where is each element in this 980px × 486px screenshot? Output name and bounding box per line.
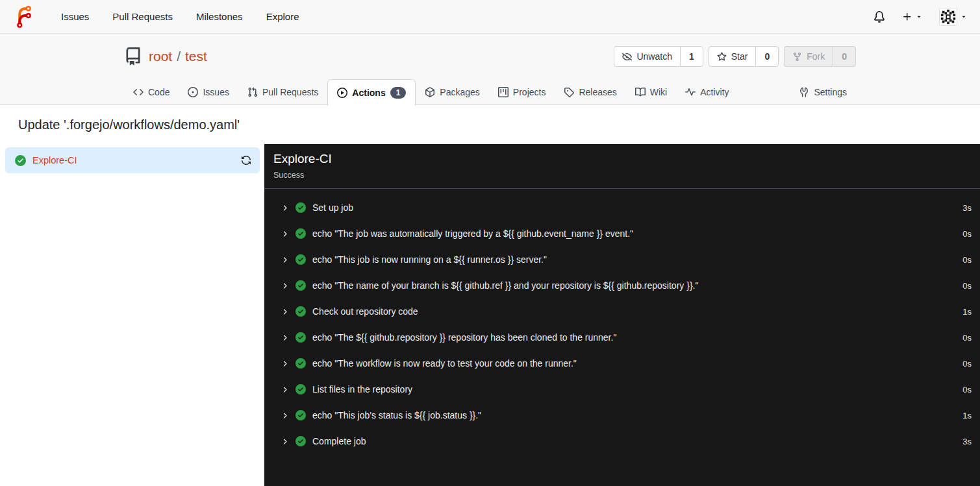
plus-icon: [902, 12, 912, 22]
nav-link-issues[interactable]: Issues: [52, 11, 98, 22]
chevron-down-icon: [916, 14, 922, 20]
code-icon: [133, 87, 144, 97]
repo-name-link[interactable]: test: [185, 49, 207, 64]
tools-icon: [799, 87, 809, 97]
git-pull-request-icon: [247, 87, 258, 97]
repo-separator: /: [172, 49, 185, 64]
expand-chevron-icon[interactable]: [281, 411, 289, 420]
success-check-icon: [15, 155, 26, 166]
job-item-explore-ci[interactable]: Explore-CI: [5, 147, 260, 173]
rerun-job-icon[interactable]: [241, 155, 251, 165]
tab-label: Releases: [579, 87, 616, 97]
step-row[interactable]: echo "This job is now running on a ${{ r…: [264, 247, 980, 273]
job-log-console: Explore-CI Success Set up job 3s echo "T…: [264, 144, 980, 486]
star-label: Star: [731, 51, 748, 62]
step-duration: 3s: [962, 203, 972, 213]
job-list-sidebar: Explore-CI: [0, 144, 264, 486]
step-name: List files in the repository: [312, 384, 412, 395]
tab-label: Actions: [352, 88, 385, 98]
step-row[interactable]: Set up job 3s: [264, 195, 980, 221]
nav-link-milestones[interactable]: Milestones: [187, 11, 252, 22]
forks-count[interactable]: 0: [833, 46, 856, 67]
step-row[interactable]: Complete job 3s: [264, 428, 980, 454]
expand-chevron-icon[interactable]: [281, 282, 289, 290]
success-check-icon: [295, 436, 306, 446]
actions-run-page: Update '.forgejo/workflows/demo.yaml' Ex…: [0, 105, 980, 486]
step-duration: 3s: [962, 437, 972, 446]
tab-issues[interactable]: Issues: [179, 79, 238, 105]
bell-icon: [873, 11, 885, 23]
eye-slash-icon: [622, 52, 632, 62]
tab-label: Issues: [203, 87, 229, 97]
step-row[interactable]: echo "The job was automatically triggere…: [264, 221, 980, 247]
project-icon: [498, 87, 509, 97]
top-navbar: Issues Pull Requests Milestones Explore: [0, 0, 980, 34]
nav-link-pull-requests[interactable]: Pull Requests: [103, 11, 182, 22]
forgejo-logo-icon[interactable]: [13, 6, 35, 28]
step-duration: 1s: [962, 411, 972, 420]
step-duration: 0s: [962, 359, 972, 369]
tab-label: Pull Requests: [262, 87, 318, 97]
step-name: Check out repository code: [312, 306, 418, 317]
tab-activity[interactable]: Activity: [676, 79, 738, 105]
console-job-status: Success: [273, 171, 970, 180]
stars-count[interactable]: 0: [755, 46, 779, 67]
step-name: echo "The name of your branch is ${{ git…: [312, 280, 698, 291]
step-duration: 1s: [962, 307, 972, 317]
play-circle-icon: [337, 88, 347, 98]
expand-chevron-icon[interactable]: [281, 385, 289, 394]
expand-chevron-icon[interactable]: [281, 230, 289, 238]
step-name: echo "The workflow is now ready to test …: [312, 358, 577, 369]
tab-projects[interactable]: Projects: [489, 79, 555, 105]
expand-chevron-icon[interactable]: [281, 256, 289, 264]
tab-label: Code: [148, 87, 170, 97]
step-row[interactable]: Check out repository code 1s: [264, 298, 980, 324]
unwatch-button[interactable]: Unwatch: [614, 46, 679, 67]
expand-chevron-icon[interactable]: [281, 308, 289, 316]
step-name: echo "The ${{ github.repository }} repos…: [312, 332, 616, 343]
step-duration: 0s: [962, 333, 972, 343]
expand-chevron-icon[interactable]: [281, 204, 289, 212]
success-check-icon: [295, 202, 306, 213]
step-row[interactable]: List files in the repository 0s: [264, 376, 980, 402]
avatar: [939, 8, 957, 26]
tab-packages[interactable]: Packages: [416, 79, 488, 105]
actions-count-badge: 1: [390, 87, 407, 99]
star-button[interactable]: Star: [709, 46, 756, 67]
tab-actions[interactable]: Actions 1: [327, 79, 416, 106]
user-menu-button[interactable]: [939, 8, 967, 26]
star-button-group: Star 0: [709, 46, 779, 67]
expand-chevron-icon[interactable]: [281, 437, 289, 446]
tab-wiki[interactable]: Wiki: [626, 79, 676, 105]
tab-settings[interactable]: Settings: [790, 79, 856, 105]
tab-releases[interactable]: Releases: [555, 79, 625, 105]
tab-label: Settings: [814, 87, 847, 97]
step-duration: 0s: [962, 385, 972, 395]
step-row[interactable]: echo "The name of your branch is ${{ git…: [264, 273, 980, 298]
issue-opened-icon: [188, 87, 198, 97]
repo-header: root/test Unwatch 1 Star 0: [0, 34, 980, 79]
nav-link-explore[interactable]: Explore: [257, 11, 308, 22]
watchers-count[interactable]: 1: [680, 46, 703, 67]
repo-owner-link[interactable]: root: [149, 49, 172, 64]
book-icon: [635, 87, 646, 97]
step-row[interactable]: echo "This job's status is ${{ job.statu…: [264, 402, 980, 428]
watch-button-group: Unwatch 1: [614, 46, 703, 67]
success-check-icon: [295, 280, 306, 291]
step-row[interactable]: echo "The workflow is now ready to test …: [264, 350, 980, 376]
navbar-right: [873, 8, 967, 26]
tab-pull-requests[interactable]: Pull Requests: [238, 79, 327, 105]
pulse-icon: [685, 87, 696, 97]
expand-chevron-icon[interactable]: [281, 359, 289, 368]
repo-action-buttons: Unwatch 1 Star 0 Fork: [614, 46, 856, 67]
tab-label: Projects: [513, 87, 546, 97]
expand-chevron-icon[interactable]: [281, 334, 289, 342]
success-check-icon: [295, 254, 306, 265]
notifications-button[interactable]: [873, 11, 885, 23]
step-row[interactable]: echo "The ${{ github.repository }} repos…: [264, 324, 980, 350]
chevron-down-icon: [961, 14, 967, 20]
create-new-menu-button[interactable]: [902, 12, 922, 22]
fork-button[interactable]: Fork: [784, 46, 833, 67]
tab-code[interactable]: Code: [124, 79, 179, 105]
fork-label: Fork: [807, 51, 825, 62]
